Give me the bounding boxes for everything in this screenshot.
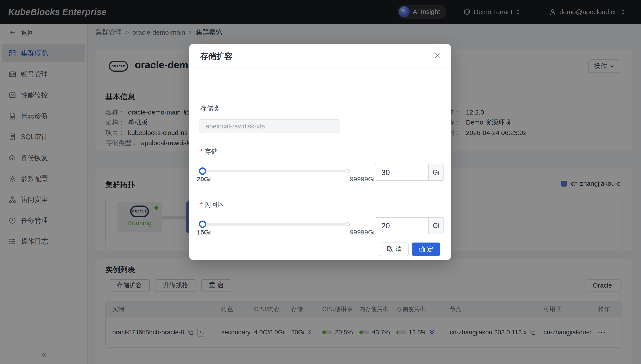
flashback-field-label: 闪回区 <box>200 200 224 209</box>
confirm-button[interactable]: 确 定 <box>412 242 440 256</box>
flashback-unit: Gi <box>428 218 444 234</box>
storage-unit: Gi <box>428 164 444 180</box>
flashback-slider-max-label: 99999Gi <box>320 228 375 236</box>
flashback-slider-handle[interactable] <box>199 220 206 228</box>
flashback-input-group: Gi <box>375 217 444 234</box>
storage-expand-modal: 存储扩容 存储类 apelocal-rawdisk-xfs 存储 20Gi 99… <box>189 44 451 260</box>
storage-slider-handle[interactable] <box>199 168 206 175</box>
flashback-slider-min-label: 15Gi <box>197 228 211 236</box>
storage-class-label: 存储类 <box>200 104 220 113</box>
storage-slider-min-label: 20Gi <box>197 176 211 183</box>
storage-slider-max-label: 99999Gi <box>320 176 375 183</box>
cancel-button[interactable]: 取 消 <box>380 242 408 256</box>
storage-slider[interactable]: 20Gi 99999Gi <box>202 170 348 172</box>
flashback-input[interactable] <box>375 218 428 234</box>
flashback-slider-max-handle[interactable] <box>346 222 350 226</box>
storage-slider-max-handle[interactable] <box>346 169 350 173</box>
storage-field-label: 存储 <box>200 147 218 156</box>
storage-input-group: Gi <box>375 164 444 181</box>
flashback-slider[interactable]: 15Gi 99999Gi <box>202 223 348 226</box>
storage-input[interactable] <box>375 164 428 180</box>
close-icon[interactable] <box>433 51 442 60</box>
modal-title: 存储扩容 <box>200 51 233 62</box>
storage-class-field: apelocal-rawdisk-xfs <box>199 119 340 133</box>
